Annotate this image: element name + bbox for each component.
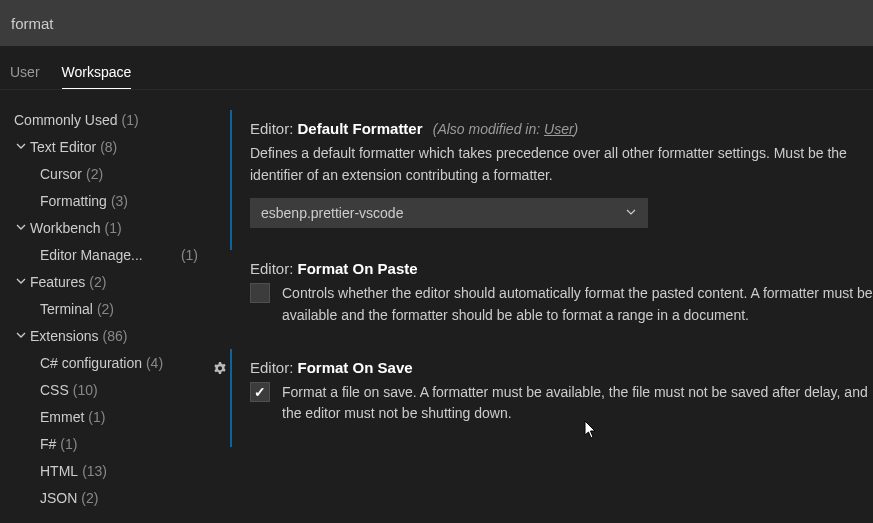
tree-label: Commonly Used <box>14 112 117 128</box>
tree-count: (86) <box>102 328 127 344</box>
tree-item[interactable]: Formatting (3) <box>0 187 214 214</box>
format-on-paste-checkbox[interactable] <box>250 283 270 303</box>
also-prefix: (Also modified in: <box>433 121 544 137</box>
tree-item[interactable]: HTML (13) <box>0 457 214 484</box>
tree-count: (8) <box>100 139 117 155</box>
tree-count: (1) <box>60 436 77 452</box>
tree-item[interactable]: Features (2) <box>0 268 214 295</box>
tree-count: (10) <box>73 382 98 398</box>
tree-label: Emmet <box>40 409 84 425</box>
tree-item[interactable]: Editor Manage...(1) <box>0 241 214 268</box>
setting-description: Format a file on save. A formatter must … <box>282 382 873 425</box>
tree-label: F# <box>40 436 56 452</box>
tree-item[interactable]: Text Editor (8) <box>0 133 214 160</box>
tab-workspace[interactable]: Workspace <box>62 64 132 89</box>
setting-description: Controls whether the editor should autom… <box>282 283 873 326</box>
title-prefix: Editor: <box>250 260 293 277</box>
tree-label: C# configuration <box>40 355 142 371</box>
tree-count: (1) <box>88 409 105 425</box>
title-prefix: Editor: <box>250 359 293 376</box>
tree-count: (1) <box>121 112 138 128</box>
setting-description: Defines a default formatter which takes … <box>250 143 873 186</box>
chevron-down-icon <box>14 330 28 342</box>
settings-tree: Commonly Used (1)Text Editor (8)Cursor (… <box>0 90 214 513</box>
tree-item[interactable]: Emmet (1) <box>0 403 214 430</box>
chevron-down-icon <box>14 141 28 153</box>
tree-count: (13) <box>82 463 107 479</box>
setting-title: Editor: Default Formatter (Also modified… <box>250 120 873 137</box>
tree-count: (2) <box>86 166 103 182</box>
tree-label: Workbench <box>30 220 101 236</box>
tree-label: JSON <box>40 490 77 506</box>
tree-label: Formatting <box>40 193 107 209</box>
tree-label: CSS <box>40 382 69 398</box>
scope-tabs: User Workspace <box>0 46 873 90</box>
tree-item[interactable]: JSON (2) <box>0 484 214 511</box>
tree-label: Editor Manage... <box>40 247 143 263</box>
tree-item[interactable]: CSS (10) <box>0 376 214 403</box>
tree-count: (2) <box>97 301 114 317</box>
tree-label: Terminal <box>40 301 93 317</box>
format-on-save-checkbox[interactable] <box>250 382 270 402</box>
tree-item[interactable]: Terminal (2) <box>0 295 214 322</box>
tab-user[interactable]: User <box>10 64 40 89</box>
tree-item[interactable]: C# configuration (4) <box>0 349 214 376</box>
setting-format-on-save: Editor: Format On Save Format a file on … <box>230 349 873 447</box>
tree-count: (4) <box>146 355 163 371</box>
tree-item[interactable]: Commonly Used (1) <box>0 106 214 133</box>
tree-item[interactable]: Cursor (2) <box>0 160 214 187</box>
settings-search-bar[interactable] <box>0 0 873 46</box>
tree-label: Extensions <box>30 328 98 344</box>
chevron-down-icon <box>14 222 28 234</box>
title-main: Default Formatter <box>298 120 423 137</box>
tree-count: (2) <box>81 490 98 506</box>
modified-indicator: (Also modified in: User) <box>433 121 579 137</box>
title-main: Format On Save <box>298 359 413 376</box>
search-input[interactable] <box>11 15 862 32</box>
chevron-down-icon <box>14 276 28 288</box>
settings-main: Editor: Default Formatter (Also modified… <box>214 90 873 513</box>
title-prefix: Editor: <box>250 120 293 137</box>
select-value: esbenp.prettier-vscode <box>261 205 403 221</box>
setting-title: Editor: Format On Paste <box>250 260 873 277</box>
setting-default-formatter: Editor: Default Formatter (Also modified… <box>230 110 873 250</box>
setting-title: Editor: Format On Save <box>250 359 873 376</box>
default-formatter-select[interactable]: esbenp.prettier-vscode <box>250 198 648 228</box>
tree-label: Text Editor <box>30 139 96 155</box>
title-main: Format On Paste <box>298 260 418 277</box>
also-suffix: ) <box>574 121 579 137</box>
scope-link-user[interactable]: User <box>544 121 574 137</box>
tree-item[interactable]: Extensions (86) <box>0 322 214 349</box>
tree-count: (1) <box>105 220 122 236</box>
tree-label: Features <box>30 274 85 290</box>
tree-item[interactable]: F# (1) <box>0 430 214 457</box>
tree-count: (3) <box>111 193 128 209</box>
tree-count: (1) <box>181 247 198 263</box>
setting-format-on-paste: Editor: Format On Paste Controls whether… <box>230 250 873 348</box>
gear-icon[interactable] <box>214 361 228 380</box>
tree-label: Cursor <box>40 166 82 182</box>
chevron-down-icon <box>625 206 637 220</box>
tree-label: HTML <box>40 463 78 479</box>
tree-count: (2) <box>89 274 106 290</box>
tree-item[interactable]: Workbench (1) <box>0 214 214 241</box>
